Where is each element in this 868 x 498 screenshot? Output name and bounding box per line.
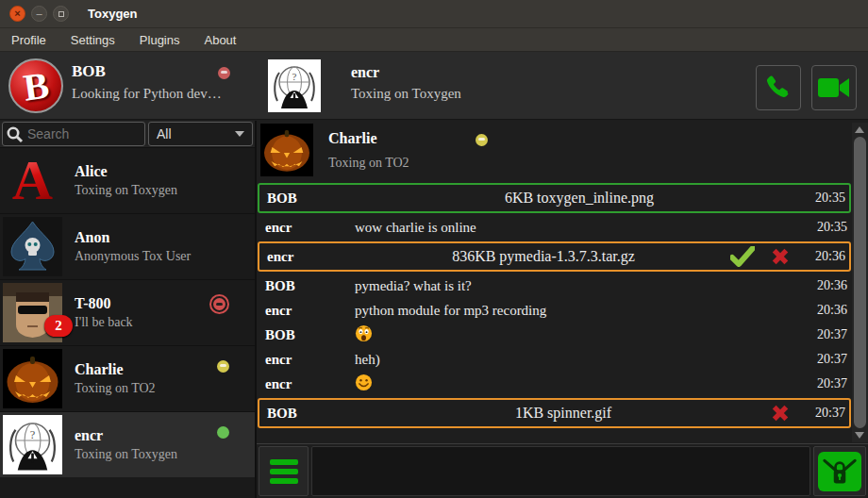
contact-alice[interactable]: A Alice Toxing on Toxygen	[0, 147, 255, 213]
file-transfer-row: BOB 1KB spinner.gif 20:37	[258, 398, 851, 428]
anonymous-mask-icon: ?	[268, 59, 321, 112]
away-status-icon	[217, 360, 229, 373]
avatar	[3, 217, 62, 276]
message-time: 20:36	[802, 249, 845, 264]
self-status-message: Looking for Python dev…	[72, 86, 222, 102]
contact-anon[interactable]: Anon Anonymous Tox User	[0, 213, 255, 279]
peer-avatar: ?	[268, 59, 321, 112]
audio-call-button[interactable]	[756, 65, 801, 110]
shocked-face-emoji	[355, 324, 373, 342]
peer-status-message: Toxing on Toxygen	[351, 86, 461, 102]
self-busy-status-icon[interactable]	[218, 67, 230, 79]
self-avatar[interactable]: B	[8, 58, 63, 113]
message-text: pymedia? what is it?	[355, 278, 804, 294]
message-list: BOB 6KB toxygen_inline.png 20:35 encr wo…	[258, 181, 851, 430]
scroll-up-icon[interactable]	[855, 126, 864, 133]
avatar: A	[3, 151, 62, 210]
message-row: encr python module for mp3 recording 20:…	[258, 298, 851, 323]
chevron-down-icon	[235, 131, 244, 137]
message-time: 20:36	[804, 278, 847, 293]
encrypted-envelope-icon	[818, 452, 861, 491]
message-sender: BOB	[265, 327, 355, 343]
message-time: 20:37	[802, 406, 845, 421]
message-time: 20:35	[804, 220, 847, 235]
message-input[interactable]	[311, 446, 810, 496]
contact-encr[interactable]: ? encr Toxing on Toxygen	[0, 411, 255, 477]
search-box	[2, 122, 145, 146]
away-status-icon	[476, 134, 488, 146]
contact-status-message: Toxing on TO2	[75, 381, 156, 396]
contact-list: A Alice Toxing on Toxygen	[0, 147, 255, 498]
pumpkin-icon	[3, 349, 62, 408]
message-scrollbar[interactable]	[852, 123, 868, 442]
contact-t800[interactable]: T-800 I'll be back 2	[0, 279, 255, 345]
file-transfer-row: BOB 6KB toxygen_inline.png 20:35	[258, 183, 851, 213]
svg-text:?: ?	[30, 428, 36, 441]
contact-name: Charlie	[75, 361, 156, 378]
file-name: 1KB spinner.gif	[357, 405, 770, 422]
contact-status-message: Anonymous Tox User	[75, 249, 191, 264]
menu-settings[interactable]: Settings	[71, 33, 115, 47]
contact-status-message: Toxing on Toxygen	[75, 447, 177, 462]
video-camera-icon	[817, 75, 851, 100]
message-time: 20:36	[804, 303, 847, 318]
contact-status-message: I'll be back	[75, 315, 133, 330]
scroll-down-icon[interactable]	[855, 432, 864, 439]
message-text: python module for mp3 recording	[355, 303, 804, 319]
header: B BOB Looking for Python dev… ? encr Tox…	[0, 52, 868, 120]
chat-contact-card[interactable]: Charlie Toxing on TO2	[257, 123, 868, 179]
sidebar: All A Alice Toxing on Toxygen	[0, 121, 255, 498]
message-sender: BOB	[267, 191, 357, 207]
toxygen-window: × – Toxygen Profile Settings Plugins Abo…	[0, 0, 868, 498]
decline-transfer-button[interactable]	[770, 246, 791, 267]
contact-name: Alice	[75, 163, 177, 180]
window-title: Toxygen	[88, 7, 138, 21]
cancel-transfer-button[interactable]	[770, 403, 791, 423]
scrollbar-thumb[interactable]	[854, 137, 866, 428]
contact-charlie[interactable]: Charlie Toxing on TO2	[0, 345, 255, 411]
message-sender: encr	[265, 220, 355, 236]
accept-transfer-button[interactable]	[730, 246, 755, 267]
cross-icon	[770, 246, 791, 267]
contact-name: Anon	[75, 229, 191, 246]
message-row: BOB pymedia? what is it? 20:36	[258, 274, 851, 298]
message-row: encr heh) 20:37	[258, 347, 851, 372]
avatar	[3, 349, 62, 408]
message-time: 20:37	[804, 376, 847, 391]
menu-profile[interactable]: Profile	[11, 33, 46, 47]
cross-icon	[770, 403, 791, 423]
phone-icon	[762, 72, 794, 104]
pumpkin-icon	[260, 124, 313, 176]
chat-contact-status-message: Toxing on TO2	[328, 156, 409, 171]
send-message-button[interactable]	[813, 446, 866, 496]
contact-name: encr	[75, 427, 177, 444]
file-name: 836KB pymedia-1.3.7.3.tar.gz	[357, 248, 730, 265]
message-sender: BOB	[267, 406, 357, 422]
main-area: All A Alice Toxing on Toxygen	[0, 121, 868, 498]
message-row: encr wow charlie is online 20:35	[258, 215, 851, 240]
avatar	[260, 124, 313, 176]
maximize-window-icon[interactable]	[53, 6, 69, 22]
unread-count-badge: 2	[44, 315, 73, 337]
peer-name: encr	[351, 64, 379, 81]
message-sender: encr	[265, 376, 355, 392]
menu-about[interactable]: About	[204, 33, 236, 47]
video-call-button[interactable]	[811, 65, 857, 110]
attachments-menu-button[interactable]	[259, 446, 309, 496]
message-row: BOB 20:37	[258, 323, 851, 347]
close-window-icon[interactable]: ×	[9, 6, 25, 22]
chat-contact-name: Charlie	[328, 130, 377, 147]
message-sender: BOB	[265, 278, 355, 294]
smiling-face-emoji	[355, 374, 373, 391]
minimize-window-icon[interactable]: –	[31, 6, 47, 22]
message-time: 20:37	[804, 352, 847, 367]
message-sender: encr	[265, 352, 355, 368]
menu-plugins[interactable]: Plugins	[140, 33, 180, 47]
contact-filter-dropdown[interactable]: All	[148, 122, 253, 146]
skull-spade-icon	[3, 217, 62, 276]
busy-new-messages-status-icon	[209, 294, 229, 314]
message-row: encr 20:37	[258, 372, 851, 396]
self-name[interactable]: BOB	[72, 62, 106, 81]
compose-bar	[257, 443, 868, 498]
hamburger-icon	[270, 459, 298, 465]
